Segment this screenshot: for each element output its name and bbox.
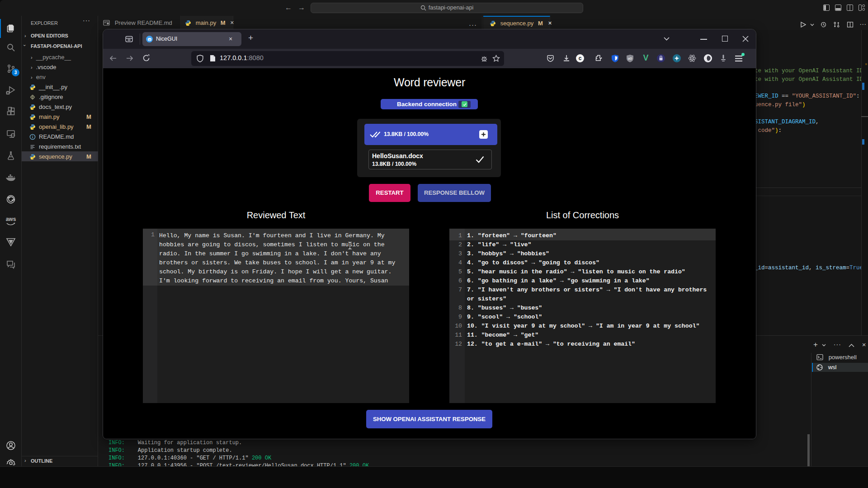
- svg-text:uO: uO: [628, 57, 632, 60]
